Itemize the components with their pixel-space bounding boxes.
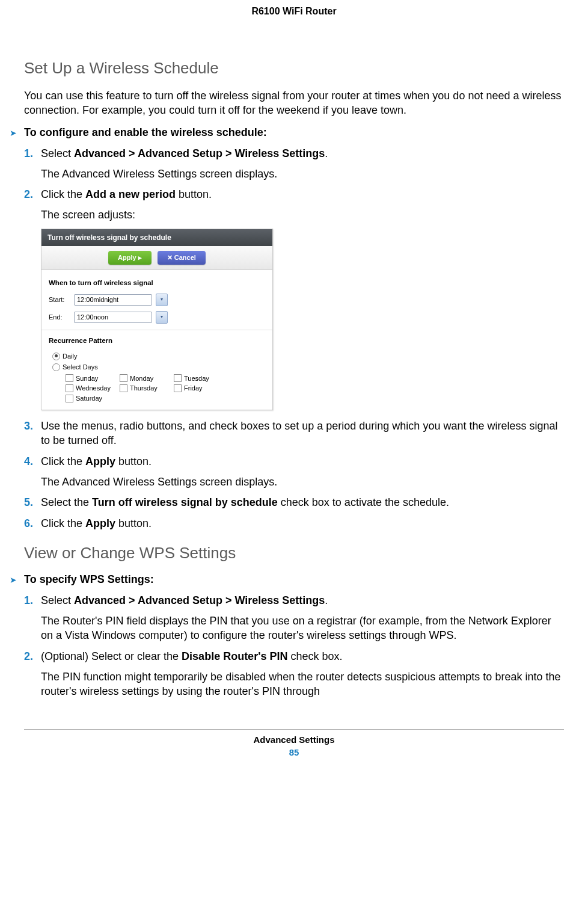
step-6: Click the Apply button.: [41, 516, 564, 531]
radio-select-days[interactable]: Select Days: [52, 363, 265, 372]
end-label: End:: [49, 313, 70, 322]
cancel-button[interactable]: ✕ Cancel: [158, 251, 206, 265]
when-label: When to turn off wireless signal: [49, 279, 265, 288]
day-checkbox[interactable]: Tuesday: [174, 374, 228, 384]
radio-label: Select Days: [63, 363, 98, 372]
step-bold: Add a new period: [85, 188, 176, 200]
day-label: Sunday: [76, 374, 98, 383]
step-text: Click the: [41, 188, 85, 200]
page-number: 85: [24, 747, 564, 757]
day-label: Saturday: [76, 394, 102, 403]
radio-label: Daily: [63, 352, 77, 361]
radio-icon: [52, 353, 60, 360]
start-label: Start:: [49, 295, 70, 304]
step-text: Use the menus, radio buttons, and check …: [41, 420, 558, 446]
checkbox-icon: [66, 374, 73, 382]
step-text: check box.: [287, 650, 342, 662]
step-text: button.: [176, 188, 212, 200]
day-label: Tuesday: [184, 374, 209, 383]
day-checkbox[interactable]: Monday: [120, 374, 174, 384]
dialog-toolbar: Apply ▸ ✕ Cancel: [41, 246, 272, 270]
checkbox-icon: [120, 374, 127, 382]
apply-button[interactable]: Apply ▸: [108, 251, 152, 265]
step-text: .: [325, 594, 328, 606]
doc-header-title: R6100 WiFi Router: [24, 6, 564, 17]
day-label: Monday: [130, 374, 153, 383]
step-1: Select Advanced > Advanced Setup > Wirel…: [41, 593, 564, 643]
step-2: (Optional) Select or clear the Disable R…: [41, 649, 564, 699]
procedure-arrow-icon: ➤: [10, 575, 17, 585]
step-bold: Advanced > Advanced Setup > Wireless Set…: [74, 594, 325, 606]
step-text: check box to activate the schedule.: [278, 496, 449, 508]
step-2: Click the Add a new period button. The s…: [41, 187, 564, 410]
step-text: (Optional) Select or clear the: [41, 650, 182, 662]
step-text: .: [325, 147, 328, 159]
step-text: Click the: [41, 455, 85, 467]
dialog-title: Turn off wireless signal by schedule: [41, 229, 272, 246]
footer-chapter: Advanced Settings: [24, 735, 564, 745]
days-grid: Sunday Monday Tuesday Wednesday Thursday…: [66, 374, 265, 404]
step-4: Click the Apply button. The Advanced Wir…: [41, 454, 564, 490]
day-label: Friday: [184, 384, 203, 393]
checkbox-icon: [174, 374, 182, 382]
step-text: Select the: [41, 496, 92, 508]
schedule-dialog: Turn off wireless signal by schedule App…: [41, 229, 273, 410]
procedure-title: To configure and enable the wireless sch…: [24, 126, 564, 139]
step-text: Click the: [41, 517, 85, 529]
step-bold: Apply: [85, 455, 115, 467]
start-select[interactable]: 12:00midnight: [74, 294, 152, 306]
intro-paragraph: You can use this feature to turn off the…: [24, 88, 564, 118]
checkbox-icon: [66, 384, 73, 392]
step-text: button.: [115, 455, 152, 467]
divider: [41, 330, 272, 330]
checkbox-icon: [66, 395, 73, 402]
step-followup: The screen adjusts:: [41, 208, 564, 222]
step-bold: Apply: [85, 517, 115, 529]
step-bold: Advanced > Advanced Setup > Wireless Set…: [74, 147, 325, 159]
step-1: Select Advanced > Advanced Setup > Wirel…: [41, 146, 564, 182]
day-label: Wednesday: [76, 384, 111, 393]
day-checkbox[interactable]: Wednesday: [66, 383, 120, 393]
step-followup: The Router's PIN field displays the PIN …: [41, 614, 564, 643]
step-text: Select: [41, 147, 74, 159]
recurrence-label: Recurrence Pattern: [49, 336, 265, 346]
day-checkbox[interactable]: Sunday: [66, 374, 120, 384]
step-3: Use the menus, radio buttons, and check …: [41, 419, 564, 448]
day-checkbox[interactable]: Friday: [174, 383, 228, 393]
checkbox-icon: [120, 384, 127, 392]
end-select[interactable]: 12:00noon: [74, 312, 152, 323]
day-label: Thursday: [130, 384, 158, 393]
step-followup: The PIN function might temporarily be di…: [41, 670, 564, 699]
section-heading-wps: View or Change WPS Settings: [24, 544, 564, 562]
radio-icon: [52, 363, 60, 371]
step-text: Select: [41, 594, 74, 606]
procedure-arrow-icon: ➤: [10, 128, 17, 138]
step-followup: The Advanced Wireless Settings screen di…: [41, 167, 564, 181]
procedure-title: To specify WPS Settings:: [24, 573, 564, 586]
footer-rule: [24, 729, 564, 730]
dropdown-icon[interactable]: ▾: [156, 294, 168, 306]
radio-daily[interactable]: Daily: [52, 352, 265, 361]
day-checkbox[interactable]: Thursday: [120, 383, 174, 393]
step-5: Select the Turn off wireless signal by s…: [41, 495, 564, 510]
step-bold: Turn off wireless signal by schedule: [92, 496, 278, 508]
step-text: button.: [115, 517, 152, 529]
step-followup: The Advanced Wireless Settings screen di…: [41, 475, 564, 489]
day-checkbox[interactable]: Saturday: [66, 393, 120, 404]
checkbox-icon: [174, 384, 182, 392]
step-bold: Disable Router's PIN: [182, 650, 287, 662]
section-heading-wireless-schedule: Set Up a Wireless Schedule: [24, 59, 564, 78]
dropdown-icon[interactable]: ▾: [156, 311, 168, 324]
